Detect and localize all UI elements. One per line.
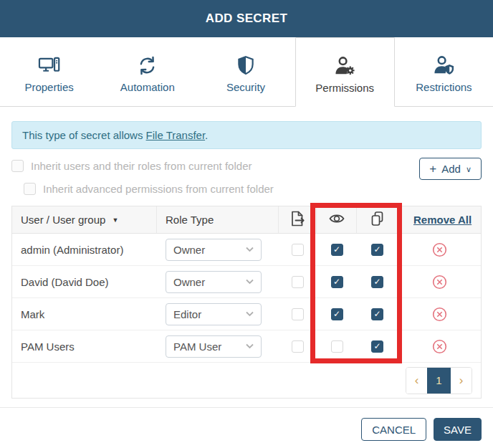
file-transfer-checkbox[interactable] — [292, 276, 304, 288]
user-name: PAM Users — [12, 340, 157, 353]
file-transfer-column-header — [279, 206, 317, 233]
sort-caret-icon: ▼ — [112, 216, 118, 224]
add-secret-dialog: ADD SECRET Properties — [0, 0, 493, 448]
sync-icon — [137, 53, 158, 76]
tab-properties[interactable]: Properties — [0, 37, 98, 106]
eye-icon — [328, 211, 345, 229]
inherit-users-label: Inherit users and their roles from curre… — [31, 160, 252, 172]
table-row: David (David Doe)Owner✓✓ — [12, 266, 481, 298]
table-header: User / User group ▼ Role Type — [12, 206, 481, 234]
inherit-users-checkbox[interactable] — [11, 160, 24, 172]
pagination-prev-icon[interactable]: ‹ — [406, 368, 427, 394]
role-select-value: Owner — [173, 276, 205, 288]
dialog-header: ADD SECRET — [0, 0, 493, 37]
chevron-down-icon — [246, 311, 254, 317]
copy-column-header — [357, 206, 398, 233]
copy-checkbox[interactable]: ✓ — [371, 308, 383, 320]
tab-label: Restrictions — [416, 81, 472, 93]
user-name: admin (Administrator) — [12, 244, 157, 256]
banner-text: This type of secret allows — [22, 129, 146, 141]
permissions-table: User / User group ▼ Role Type — [11, 206, 482, 399]
copy-checkbox[interactable]: ✓ — [371, 276, 383, 288]
tab-label: Permissions — [315, 82, 374, 94]
chevron-down-icon — [246, 279, 254, 285]
monitor-icon — [38, 53, 60, 76]
role-select-value: Owner — [173, 244, 205, 256]
table-row: admin (Administrator)Owner✓✓ — [12, 234, 481, 266]
table-row: PAM UsersPAM User✓ — [12, 330, 481, 363]
remove-row-icon[interactable] — [432, 242, 447, 257]
cancel-button[interactable]: CANCEL — [361, 418, 426, 441]
file-transfer-checkbox[interactable] — [292, 244, 304, 256]
chevron-down-icon — [246, 247, 254, 252]
view-checkbox[interactable]: ✓ — [331, 308, 343, 320]
info-banner: This type of secret allows File Transfer… — [11, 121, 482, 149]
user-gear-icon — [334, 54, 356, 77]
file-transfer-link[interactable]: File Transfer — [146, 129, 206, 141]
user-column-header[interactable]: User / User group ▼ — [12, 206, 157, 233]
add-button-label: Add — [441, 163, 461, 175]
tab-bar: Properties Automation — [0, 37, 493, 107]
role-select[interactable]: Editor — [166, 303, 262, 325]
pagination-next-icon[interactable]: › — [451, 368, 472, 394]
shield-icon — [236, 53, 256, 76]
chevron-down-icon: ∨ — [466, 165, 472, 174]
inherit-advanced-label: Inherit advanced permissions from curren… — [43, 183, 274, 195]
file-transfer-checkbox[interactable] — [292, 340, 304, 353]
add-button[interactable]: + Add ∨ — [419, 158, 482, 180]
remove-all-column-header: Remove All — [398, 206, 481, 233]
tab-restrictions[interactable]: Restrictions — [395, 37, 493, 106]
banner-text-end: . — [205, 129, 208, 141]
inherit-advanced-checkbox[interactable] — [24, 183, 36, 195]
table-row: MarkEditor✓✓ — [12, 298, 481, 330]
table-body: admin (Administrator)Owner✓✓David (David… — [12, 234, 481, 363]
inherit-advanced-option: Inherit advanced permissions from curren… — [24, 183, 482, 195]
tab-permissions[interactable]: Permissions — [295, 37, 395, 107]
chevron-down-icon — [246, 343, 254, 349]
role-column-header: Role Type — [157, 206, 279, 233]
role-select[interactable]: Owner — [166, 239, 262, 261]
role-select-value: PAM User — [173, 340, 221, 353]
user-name: Mark — [12, 308, 157, 320]
remove-row-icon[interactable] — [432, 339, 447, 354]
role-select-value: Editor — [173, 308, 201, 320]
dialog-title: ADD SECRET — [206, 11, 288, 26]
tab-security[interactable]: Security — [196, 37, 295, 106]
save-button[interactable]: SAVE — [434, 418, 482, 441]
view-checkbox[interactable]: ✓ — [331, 276, 343, 288]
view-checkbox[interactable] — [331, 340, 343, 353]
tab-label: Security — [226, 81, 265, 93]
plus-icon: + — [429, 163, 436, 175]
pagination-page-current[interactable]: 1 — [427, 368, 451, 394]
dialog-footer: CANCEL SAVE — [0, 408, 493, 441]
view-column-header — [317, 206, 357, 233]
user-shield-icon — [433, 53, 455, 76]
user-name: David (David Doe) — [12, 276, 157, 288]
copy-checkbox[interactable]: ✓ — [371, 340, 383, 353]
inherit-users-option: Inherit users and their roles from curre… — [11, 160, 482, 172]
file-export-icon — [289, 210, 306, 229]
remove-row-icon[interactable] — [432, 307, 447, 322]
copy-icon — [369, 211, 386, 229]
table-footer: ‹ 1 › — [12, 363, 481, 398]
pagination: ‹ 1 › — [406, 367, 472, 394]
inherit-options: Inherit users and their roles from curre… — [11, 160, 482, 195]
tab-label: Properties — [24, 81, 73, 93]
tab-label: Automation — [120, 81, 175, 93]
role-select[interactable]: PAM User — [166, 335, 262, 358]
remove-row-icon[interactable] — [432, 275, 447, 290]
role-select[interactable]: Owner — [166, 271, 262, 293]
view-checkbox[interactable]: ✓ — [331, 244, 343, 256]
tab-automation[interactable]: Automation — [98, 37, 196, 106]
file-transfer-checkbox[interactable] — [292, 308, 304, 320]
copy-checkbox[interactable]: ✓ — [371, 244, 383, 256]
remove-all-link[interactable]: Remove All — [413, 214, 472, 226]
